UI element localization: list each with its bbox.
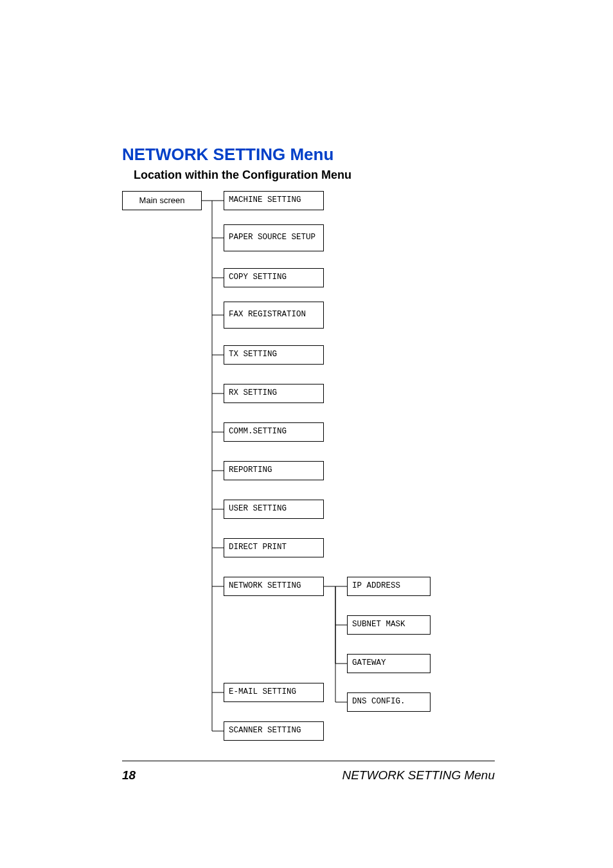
submenu-gateway: GATEWAY — [347, 654, 431, 673]
submenu-subnet-mask: SUBNET MASK — [347, 615, 431, 635]
menu-item-rx-setting: RX SETTING — [224, 384, 324, 403]
menu-item-paper-source-setup: PAPER SOURCE SETUP — [224, 224, 324, 251]
submenu-dns-config: DNS CONFIG. — [347, 692, 431, 712]
menu-item-comm-setting: COMM.SETTING — [224, 422, 324, 442]
menu-item-network-setting: NETWORK SETTING — [224, 577, 324, 596]
menu-item-fax-registration: FAX REGISTRATION — [224, 302, 324, 329]
page-footer: 18 NETWORK SETTING Menu — [122, 768, 495, 782]
menu-item-direct-print: DIRECT PRINT — [224, 538, 324, 557]
menu-tree-diagram: Main screen MACHINE SETTING PAPER SOURCE… — [122, 191, 495, 744]
menu-item-scanner-setting: SCANNER SETTING — [224, 721, 324, 741]
menu-item-copy-setting: COPY SETTING — [224, 268, 324, 287]
menu-item-e-mail-setting: E-MAIL SETTING — [224, 683, 324, 702]
section-title: NETWORK SETTING Menu — [122, 145, 508, 165]
root-main-screen: Main screen — [122, 191, 202, 210]
menu-item-user-setting: USER SETTING — [224, 500, 324, 519]
menu-item-reporting: REPORTING — [224, 461, 324, 480]
menu-item-tx-setting: TX SETTING — [224, 345, 324, 365]
page-number: 18 — [122, 768, 136, 782]
submenu-ip-address: IP ADDRESS — [347, 577, 431, 596]
page-root: NETWORK SETTING Menu Location within the… — [0, 0, 613, 868]
menu-item-machine-setting: MACHINE SETTING — [224, 191, 324, 210]
content-block: NETWORK SETTING Menu Location within the… — [122, 145, 508, 744]
footer-title: NETWORK SETTING Menu — [342, 768, 495, 782]
section-subtitle: Location within the Configuration Menu — [134, 168, 508, 182]
footer-rule — [122, 761, 495, 761]
